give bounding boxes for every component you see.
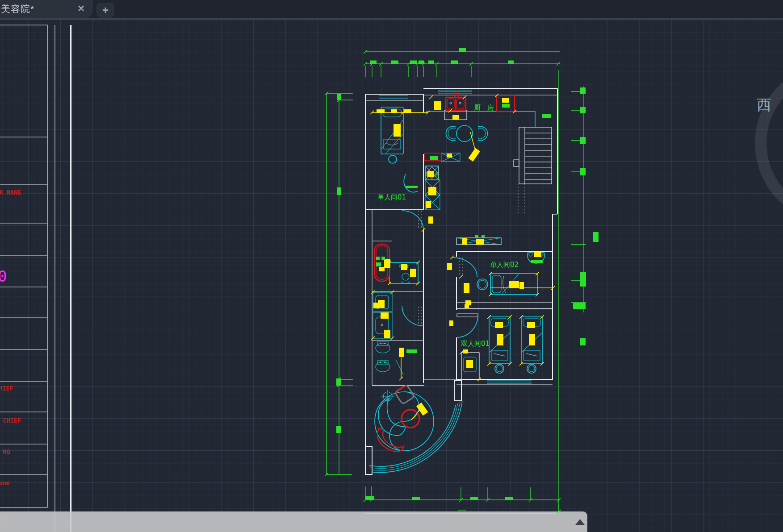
new-tab-button[interactable]: + <box>96 3 114 18</box>
bed-single-02[interactable] <box>477 274 537 295</box>
stairs <box>514 127 552 214</box>
walls <box>365 88 557 474</box>
chair-single-01[interactable] <box>404 174 418 192</box>
toilet-2[interactable] <box>376 361 390 372</box>
title-block: ER MANE 0 HIEF T CHIEF T NO one re <box>0 25 71 532</box>
title-block-one: one <box>0 479 9 486</box>
red-fixtures <box>374 91 515 452</box>
title-block-chief: HIEF <box>0 385 13 392</box>
room-labels: 厨 房 单人间01 单人间02 双人间01 梳妆 淋浴房 <box>377 104 519 348</box>
reception-desk[interactable] <box>375 390 434 451</box>
horizontal-scrollbar[interactable] <box>0 503 587 532</box>
title-block-number: 0 <box>0 267 7 285</box>
tab-bar-divider <box>0 18 783 20</box>
tab-drawing[interactable]: 美容院* ✕ <box>0 0 93 18</box>
title-block-customer-name: ER MANE <box>0 189 21 196</box>
toilet-1[interactable] <box>376 342 390 353</box>
selection-overlays <box>370 94 555 420</box>
label-single-room-02: 单人间02 <box>490 261 519 269</box>
kitchen-double-sink[interactable] <box>446 91 466 110</box>
label-double-room-01: 双人间01 <box>461 340 490 348</box>
reception-red-circle[interactable] <box>402 410 419 428</box>
title-block-t-no: T NO <box>0 448 10 455</box>
plus-icon: + <box>102 6 109 15</box>
drawing-tab-bar: 美容院* ✕ + <box>0 0 783 18</box>
reception-stool[interactable] <box>395 385 415 404</box>
title-block-t-chief: T CHIEF <box>0 417 21 424</box>
kitchen-chairs[interactable] <box>446 125 487 141</box>
label-single-room-01: 单人间01 <box>377 193 406 201</box>
close-icon[interactable]: ✕ <box>77 3 85 14</box>
label-kitchen: 厨 房 <box>474 104 496 112</box>
cad-drawing: ER MANE 0 HIEF T CHIEF T NO one re <box>0 0 783 532</box>
tab-title: 美容院* <box>0 3 34 15</box>
